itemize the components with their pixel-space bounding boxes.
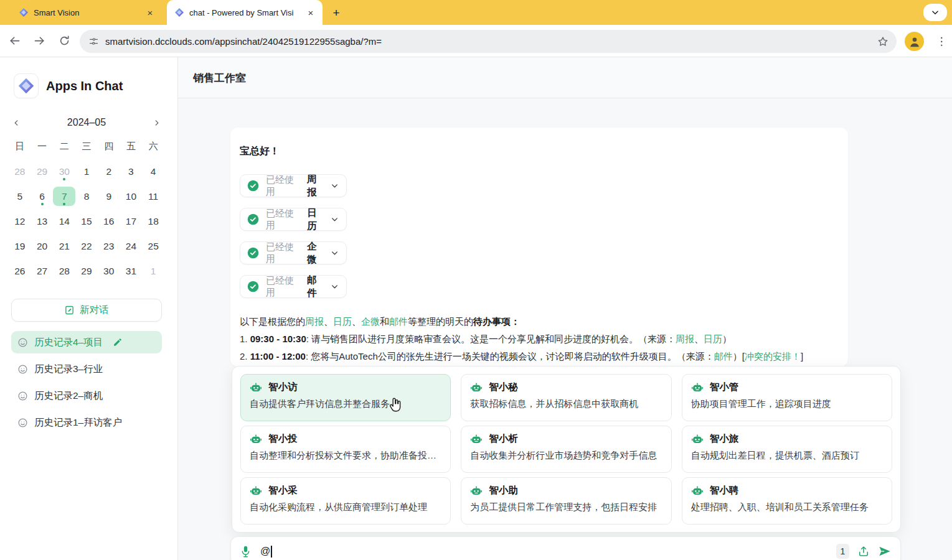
source-link[interactable]: 邮件 <box>714 351 733 362</box>
calendar-day[interactable]: 13 <box>31 212 54 231</box>
agent-card-智小管[interactable]: 智小管协助项目管理工作，追踪项目进度 <box>682 374 892 421</box>
robot-icon <box>470 381 483 394</box>
bookmark-star-icon[interactable] <box>877 35 889 48</box>
forward-icon[interactable] <box>29 30 50 52</box>
calendar-day[interactable]: 19 <box>9 236 31 256</box>
calendar-day[interactable]: 10 <box>120 187 143 206</box>
calendar-prev-icon[interactable] <box>9 115 24 130</box>
new-tab-button[interactable]: + <box>328 5 344 21</box>
tab-smart-vision[interactable]: Smart Vision × <box>11 0 162 25</box>
calendar-day[interactable]: 11 <box>142 187 164 206</box>
tool-used-pill[interactable]: 已经使用企微 <box>240 241 347 264</box>
tab-close-icon[interactable]: × <box>144 7 156 18</box>
calendar-day[interactable]: 18 <box>142 212 164 231</box>
reload-icon[interactable] <box>54 30 75 52</box>
calendar-weekday-label: 一 <box>31 139 54 153</box>
message-input[interactable]: @ <box>260 546 272 558</box>
agent-card-智小析[interactable]: 智小析自动收集并分析行业市场趋势和竞争对手信息 <box>461 426 671 473</box>
tab-chat[interactable]: chat - Powered by Smart Visi × <box>167 0 323 25</box>
history-item-3[interactable]: 历史记录3–行业 <box>11 358 162 380</box>
calendar-day[interactable]: 1 <box>75 162 98 181</box>
calendar-day[interactable]: 9 <box>98 187 120 206</box>
agent-card-智小聘[interactable]: 智小聘处理招聘、入职、培训和员工关系管理任务 <box>682 477 892 525</box>
calendar-day[interactable]: 14 <box>53 212 75 231</box>
calendar-day[interactable]: 22 <box>75 236 98 256</box>
calendar-day[interactable]: 29 <box>75 261 98 281</box>
calendar-day[interactable]: 5 <box>9 187 31 206</box>
tab-close-icon[interactable]: × <box>305 7 316 18</box>
calendar-day[interactable]: 27 <box>31 261 54 281</box>
calendar-day[interactable]: 26 <box>9 261 31 281</box>
chevron-down-icon[interactable] <box>331 215 339 223</box>
tab-search-button[interactable] <box>923 4 947 21</box>
agent-card-智小投[interactable]: 智小投自动整理和分析投标文件要求，协助准备投标... <box>240 426 451 473</box>
profile-avatar[interactable] <box>905 32 924 51</box>
send-icon[interactable] <box>878 544 892 558</box>
text-caret <box>271 546 272 558</box>
calendar-day[interactable]: 2 <box>98 162 120 181</box>
calendar-day[interactable]: 8 <box>75 187 98 206</box>
calendar-day[interactable]: 16 <box>98 212 120 231</box>
calendar-day[interactable]: 6 <box>31 187 54 206</box>
calendar-day[interactable]: 12 <box>9 212 31 231</box>
chevron-down-icon[interactable] <box>331 182 339 190</box>
upload-icon[interactable] <box>857 545 870 558</box>
calendar-next-icon[interactable] <box>149 115 164 130</box>
edit-pencil-icon[interactable] <box>113 337 123 347</box>
microphone-icon[interactable] <box>240 545 252 558</box>
source-link[interactable]: 周报 <box>676 334 694 344</box>
chevron-down-icon[interactable] <box>331 249 339 257</box>
new-chat-doc-icon <box>64 305 75 315</box>
calendar-day[interactable]: 25 <box>142 236 164 256</box>
calendar-day-selected[interactable]: 7 <box>53 187 75 206</box>
pill-status-text: 已经使用 <box>266 275 299 299</box>
calendar-day[interactable]: 15 <box>75 212 98 231</box>
chevron-down-icon[interactable] <box>331 282 339 291</box>
site-settings-icon[interactable] <box>88 36 99 47</box>
sidebar: Apps In Chat 2024–05 日一二三四五六 28293012345… <box>0 57 178 560</box>
calendar-day[interactable]: 17 <box>120 212 143 231</box>
source-link[interactable]: 邮件 <box>389 316 408 327</box>
calendar-day[interactable]: 3 <box>120 162 143 181</box>
agent-card-智小旅[interactable]: 智小旅自动规划出差日程，提供机票、酒店预订 <box>682 426 892 473</box>
history-item-4[interactable]: 历史记录4–项目 <box>11 331 162 353</box>
history-item-1[interactable]: 历史记录1–拜访客户 <box>11 411 162 434</box>
source-link[interactable]: 日历 <box>333 316 352 327</box>
calendar-day[interactable]: 21 <box>53 236 75 256</box>
app-title: Apps In Chat <box>46 79 123 93</box>
calendar-day[interactable]: 24 <box>120 236 143 256</box>
calendar-day[interactable]: 4 <box>142 162 164 181</box>
agent-card-智小秘[interactable]: 智小秘获取招标信息，并从招标信息中获取商机 <box>461 374 671 421</box>
calendar-day[interactable]: 31 <box>120 261 143 281</box>
back-icon[interactable] <box>4 30 25 52</box>
source-link[interactable]: 企微 <box>361 316 380 327</box>
calendar-day[interactable]: 1 <box>142 261 164 281</box>
calendar-day[interactable]: 30 <box>98 261 120 281</box>
tool-used-pill[interactable]: 已经使用周报 <box>240 174 347 197</box>
calendar-day[interactable]: 30 <box>53 162 75 181</box>
calendar-day[interactable]: 28 <box>9 162 31 181</box>
chat-input-bar[interactable]: @ 1 <box>230 536 901 560</box>
calendar-day[interactable]: 28 <box>53 261 75 281</box>
history-list: 历史记录4–项目历史记录3–行业历史记录2–商机历史记录1–拜访客户 <box>11 331 162 438</box>
source-link[interactable]: 日历 <box>704 334 722 344</box>
url-text[interactable]: smartvision.dcclouds.com/appsinchat/2404… <box>105 36 877 47</box>
source-link[interactable]: 冲突的安排！ <box>745 351 801 362</box>
tool-used-pill[interactable]: 已经使用日历 <box>240 208 347 231</box>
agent-card-智小助[interactable]: 智小助为员工提供日常工作管理支持，包括日程安排 <box>461 477 671 525</box>
tool-used-pill[interactable]: 已经使用邮件 <box>240 275 347 298</box>
calendar-day[interactable]: 23 <box>98 236 120 256</box>
event-dot <box>63 203 65 205</box>
agent-card-智小采[interactable]: 智小采自动化采购流程，从供应商管理到订单处理 <box>240 477 451 525</box>
agent-description: 自动提供客户拜访信息并整合服务 <box>250 398 440 410</box>
new-chat-button[interactable]: 新对话 <box>11 299 162 322</box>
agent-card-智小访[interactable]: 智小访自动提供客户拜访信息并整合服务 <box>240 374 451 421</box>
history-item-2[interactable]: 历史记录2–商机 <box>11 385 162 407</box>
mention-count-badge: 1 <box>836 544 849 559</box>
agent-description: 协助项目管理工作，追踪项目进度 <box>691 398 882 410</box>
browser-menu-icon[interactable]: ⋮ <box>933 32 950 50</box>
calendar-day[interactable]: 29 <box>31 162 54 181</box>
url-bar[interactable]: smartvision.dcclouds.com/appsinchat/2404… <box>80 30 897 53</box>
source-link[interactable]: 周报 <box>305 316 324 327</box>
calendar-day[interactable]: 20 <box>31 236 54 256</box>
